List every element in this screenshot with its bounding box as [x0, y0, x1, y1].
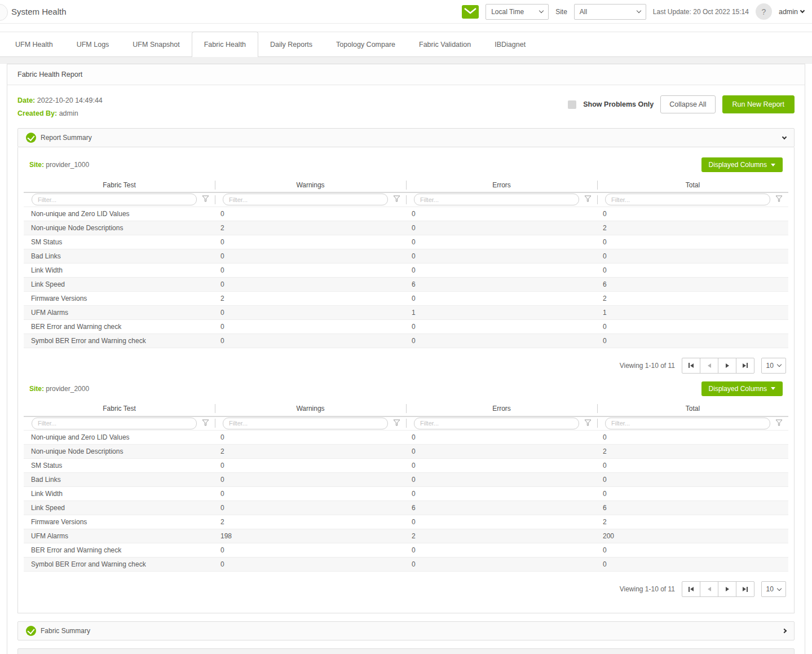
value-cell: 0 — [597, 487, 788, 501]
value-cell: 0 — [215, 501, 406, 515]
table-row[interactable]: Non-unique and Zero LID Values000 — [24, 431, 788, 445]
table-row[interactable]: SM Status000 — [24, 459, 788, 473]
table-row[interactable]: Bad Links000 — [24, 473, 788, 487]
prev-page-button[interactable] — [700, 581, 718, 597]
table-row[interactable]: Link Width000 — [24, 263, 788, 277]
pagination-viewing-text: Viewing 1-10 of 11 — [620, 362, 675, 370]
report-summary-header[interactable]: Report Summary — [17, 128, 795, 147]
table-row[interactable]: BER Error and Warning check000 — [24, 543, 788, 558]
table-row[interactable]: Non-unique Node Descriptions202 — [24, 221, 788, 235]
collapse-all-button[interactable]: Collapse All — [660, 95, 715, 113]
tab-daily-reports[interactable]: Daily Reports — [258, 32, 324, 56]
filter-input-total[interactable] — [605, 194, 770, 205]
tab-ufm-snapshot[interactable]: UFM Snapshot — [121, 32, 191, 56]
col-header-total[interactable]: Total — [597, 178, 788, 192]
fabric-summary-header[interactable]: Fabric Summary — [17, 621, 795, 640]
filter-funnel-icon[interactable] — [393, 195, 400, 204]
table-row[interactable]: UFM Alarms1982200 — [24, 529, 788, 543]
tab-ufm-health[interactable]: UFM Health — [3, 32, 65, 56]
next-page-button[interactable] — [718, 358, 736, 374]
tab-topology-compare[interactable]: Topology Compare — [324, 32, 407, 56]
filter-funnel-icon[interactable] — [393, 419, 400, 428]
table-row[interactable]: Link Speed066 — [24, 277, 788, 291]
last-page-button[interactable] — [736, 358, 754, 374]
first-page-button[interactable] — [682, 358, 700, 374]
filter-input-total[interactable] — [605, 418, 770, 429]
next-page-button[interactable] — [718, 581, 736, 597]
table-row[interactable]: Firmware Versions202 — [24, 515, 788, 529]
filter-input-errors[interactable] — [414, 194, 579, 205]
filter-funnel-icon[interactable] — [202, 419, 209, 428]
col-header-errors[interactable]: Errors — [406, 178, 597, 192]
status-ok-icon — [26, 626, 36, 636]
table-row[interactable]: SM Status000 — [24, 235, 788, 249]
tab-fabric-health[interactable]: Fabric Health — [192, 32, 258, 57]
filter-funnel-icon[interactable] — [584, 195, 592, 204]
col-header-warnings[interactable]: Warnings — [215, 178, 406, 192]
col-header-fabric-test[interactable]: Fabric Test — [24, 178, 215, 192]
table-row[interactable]: BER Error and Warning check000 — [24, 319, 788, 333]
tab-fabric-validation[interactable]: Fabric Validation — [407, 32, 483, 56]
chevron-down-icon — [777, 586, 782, 590]
filter-funnel-icon[interactable] — [202, 195, 209, 204]
chevron-right-icon[interactable] — [782, 629, 787, 633]
value-cell: 0 — [597, 235, 788, 249]
tab-ibdiagnet[interactable]: IBDiagnet — [483, 32, 537, 56]
filter-input-fabric-test[interactable] — [32, 194, 197, 205]
table-row[interactable]: Bad Links000 — [24, 249, 788, 263]
show-problems-checkbox[interactable] — [568, 100, 576, 109]
filter-input-fabric-test[interactable] — [32, 418, 197, 429]
fabric-test-cell: UFM Alarms — [24, 529, 215, 543]
col-header-total[interactable]: Total — [597, 402, 788, 416]
help-button[interactable]: ? — [756, 3, 772, 20]
timezone-select[interactable]: Local Time — [486, 4, 549, 20]
status-ok-icon — [26, 133, 36, 143]
next-section-header-partial[interactable] — [17, 648, 795, 654]
first-page-button[interactable] — [682, 581, 700, 597]
table-row[interactable]: UFM Alarms011 — [24, 305, 788, 319]
displayed-columns-button[interactable]: Displayed Columns — [701, 381, 783, 396]
user-menu[interactable]: admin — [779, 8, 804, 16]
value-cell: 0 — [406, 473, 597, 487]
table-row[interactable]: Link Speed066 — [24, 501, 788, 515]
col-header-errors[interactable]: Errors — [406, 402, 597, 416]
value-cell: 2 — [597, 291, 788, 305]
displayed-columns-button[interactable]: Displayed Columns — [701, 157, 783, 172]
filter-input-errors[interactable] — [414, 418, 579, 429]
value-cell: 0 — [215, 319, 406, 333]
filter-funnel-icon[interactable] — [775, 195, 783, 204]
table-row[interactable]: Link Width000 — [24, 487, 788, 501]
value-cell: 0 — [406, 515, 597, 529]
filter-funnel-icon[interactable] — [775, 419, 783, 428]
value-cell: 0 — [597, 333, 788, 348]
filter-input-warnings[interactable] — [223, 418, 388, 429]
page-size-select[interactable]: 10 — [761, 581, 786, 597]
table-row[interactable]: Firmware Versions202 — [24, 291, 788, 305]
filter-funnel-icon[interactable] — [584, 419, 592, 428]
table-filter-row — [24, 416, 788, 431]
page-size-select[interactable]: 10 — [761, 358, 786, 374]
mail-icon[interactable] — [462, 5, 479, 19]
table-row[interactable]: Non-unique Node Descriptions202 — [24, 445, 788, 459]
sidebar-toggle-button[interactable] — [0, 4, 8, 21]
prev-page-button[interactable] — [700, 358, 718, 374]
value-cell: 0 — [597, 473, 788, 487]
value-cell: 0 — [597, 207, 788, 221]
fabric-test-cell: Non-unique and Zero LID Values — [24, 431, 215, 445]
value-cell: 2 — [406, 529, 597, 543]
chevron-down-icon[interactable] — [782, 134, 787, 139]
fabric-test-cell: Non-unique Node Descriptions — [24, 221, 215, 235]
tab-ufm-logs[interactable]: UFM Logs — [65, 32, 121, 56]
filter-input-warnings[interactable] — [223, 194, 388, 205]
table-row[interactable]: Symbol BER Error and Warning check000 — [24, 333, 788, 348]
run-new-report-button[interactable]: Run New Report — [722, 95, 795, 113]
table-row[interactable]: Non-unique and Zero LID Values000 — [24, 207, 788, 221]
value-cell: 0 — [406, 263, 597, 277]
table-row[interactable]: Symbol BER Error and Warning check000 — [24, 558, 788, 572]
chevron-down-icon — [637, 8, 641, 13]
col-header-warnings[interactable]: Warnings — [215, 402, 406, 416]
col-header-fabric-test[interactable]: Fabric Test — [24, 402, 215, 416]
site-select[interactable]: All — [574, 4, 646, 20]
value-cell: 6 — [597, 501, 788, 515]
last-page-button[interactable] — [736, 581, 754, 597]
